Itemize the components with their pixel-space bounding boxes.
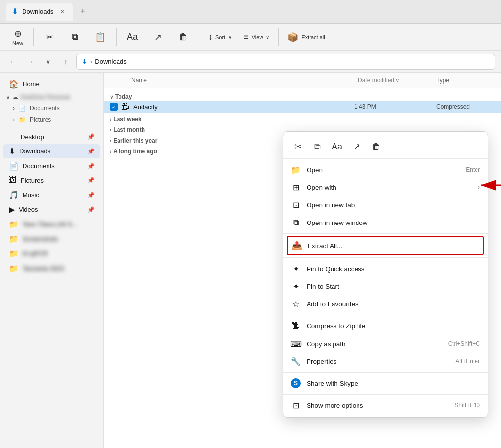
more-options-icon: ⊡ [291, 400, 301, 410]
folder4-label: Tanzania 2023 [23, 265, 64, 272]
sidebar-item-downloads[interactable]: ⬇ Downloads 📌 [3, 144, 100, 158]
sidebar-home-label: Home [23, 80, 40, 88]
title-bar: ⬇ Downloads × + [0, 0, 501, 24]
sidebar-item-folder2[interactable]: 📁 Screenshots [3, 232, 100, 246]
pictures-icon: 🖼 [9, 176, 17, 185]
downloads-tab[interactable]: ⬇ Downloads × [6, 3, 73, 21]
sidebar-item-folder3[interactable]: 📁 KI-qPCR [3, 247, 100, 261]
paste-icon: 📋 [95, 32, 106, 43]
sidebar-item-folder1[interactable]: 📁 Teen Titans (All S... [3, 217, 100, 231]
new-tab-button[interactable]: + [75, 4, 91, 20]
toolbar-separator-1 [33, 28, 34, 46]
context-toolbar: ✂ ⧉ Aa ↗ 🗑 [283, 135, 488, 159]
sort-button[interactable]: ↕ Sort ∨ [203, 29, 237, 45]
cut-icon: ✂ [46, 32, 53, 43]
ctx-more-options[interactable]: ⊡ Show more options Shift+F10 [283, 397, 488, 414]
sidebar-documents2-label: Documents [23, 162, 55, 170]
ctx-extract-all[interactable]: 📤 Extract All... [287, 236, 484, 255]
pictures-pin-icon: 📌 [87, 177, 95, 184]
ctx-properties[interactable]: 🔧 Properties Alt+Enter [283, 352, 488, 370]
cut-button[interactable]: ✂ [38, 30, 61, 45]
ctx-compress-zip[interactable]: 🗜 Compress to Zip file [283, 317, 488, 335]
ctx-pin-quick-access[interactable]: ✦ Pin to Quick access [283, 260, 488, 277]
folder1-label: Teen Titans (All S... [23, 221, 77, 228]
sidebar-item-music[interactable]: 🎵 Music 📌 [3, 188, 100, 202]
view-button[interactable]: ≡ View ∨ [239, 29, 274, 45]
up-button[interactable]: ↑ [59, 55, 72, 69]
ctx-delete-button[interactable]: 🗑 [367, 138, 385, 155]
folder2-label: Screenshots [23, 235, 58, 243]
view-label: View [252, 34, 263, 40]
ctx-share-skype-label: Share with Skype [307, 380, 480, 387]
downloads-pin-icon: 📌 [87, 148, 95, 155]
ctx-share-button[interactable]: ↗ [348, 138, 365, 155]
ctx-open-new-tab[interactable]: ⊡ Open in new tab [283, 196, 488, 214]
ctx-open-with[interactable]: ⊞ Open with › [283, 178, 488, 196]
path-text: Downloads [95, 58, 126, 65]
extract-all-icon: 📦 [287, 32, 298, 43]
copy-button[interactable]: ⧉ [63, 30, 87, 44]
sidebar-downloads-label: Downloads [19, 148, 50, 155]
skype-icon: S [291, 378, 301, 388]
address-path[interactable]: ⬇ › Downloads [76, 54, 495, 70]
forward-button[interactable]: → [24, 55, 37, 69]
downloads-sidebar-icon: ⬇ [9, 147, 15, 156]
desktop-pin-icon: 📌 [87, 133, 95, 140]
sort-arrow-icon: ∨ [228, 34, 232, 40]
sidebar-item-home[interactable]: 🏠 Home [3, 77, 100, 91]
pin-start-icon: ✦ [291, 281, 301, 291]
ctx-copy-icon: ⧉ [314, 142, 321, 152]
videos-icon: ▶ [9, 205, 15, 214]
back-button[interactable]: ← [6, 55, 20, 69]
view-arrow-icon: ∨ [266, 34, 269, 40]
sidebar-documents-label: Documents [30, 105, 60, 112]
home-icon: 🏠 [9, 79, 19, 89]
desktop-icon: 🖥 [9, 132, 17, 141]
tab-close-button[interactable]: × [57, 7, 67, 17]
path-download-icon: ⬇ [82, 58, 87, 65]
recent-locations-button[interactable]: ∨ [41, 55, 55, 69]
ctx-pin-quick-access-label: Pin to Quick access [307, 265, 480, 273]
ctx-copy-path[interactable]: ⌨ Copy as path Ctrl+Shift+C [283, 335, 488, 352]
properties-icon: 🔧 [291, 356, 301, 366]
ctx-open-new-window[interactable]: ⧉ Open in new window [283, 214, 488, 231]
ctx-share-skype[interactable]: S Share with Skype [283, 374, 488, 392]
delete-icon: 🗑 [179, 32, 188, 42]
sidebar-item-folder4[interactable]: 📁 Tanzania 2023 [3, 261, 100, 275]
folder4-icon: 📁 [9, 264, 19, 273]
ctx-properties-label: Properties [307, 358, 450, 365]
sort-label: Sort [215, 34, 225, 40]
toolbar: ⊕ New ✂ ⧉ 📋 Aa ↗ 🗑 ↕ Sort ∨ ≡ View ∨ 📦 E… [0, 24, 501, 51]
delete-button[interactable]: 🗑 [171, 30, 195, 44]
new-button[interactable]: ⊕ New [6, 26, 29, 48]
ctx-compress-zip-label: Compress to Zip file [307, 323, 480, 330]
new-icon: ⊕ [14, 28, 22, 39]
ctx-cut-button[interactable]: ✂ [289, 138, 307, 155]
up-icon: ↑ [64, 58, 68, 66]
paste-button[interactable]: 📋 [89, 30, 112, 45]
main-container: 🏠 Home ∨ ☁ OneDrive Personal › 📄 Documen… [0, 73, 501, 448]
sidebar-item-desktop[interactable]: 🖥 Desktop 📌 [3, 130, 100, 144]
ctx-more-options-shortcut: Shift+F10 [454, 402, 480, 409]
ctx-open[interactable]: 📁 Open Enter [283, 161, 488, 178]
share-button[interactable]: ↗ [146, 30, 169, 45]
sidebar-onedrive-section[interactable]: ∨ ☁ OneDrive Personal [0, 92, 103, 102]
content-area: Name Date modified ∨ Type ∨ Today ✓ 🗜 Au… [104, 73, 501, 448]
copy-path-icon: ⌨ [291, 339, 301, 348]
sidebar-item-videos[interactable]: ▶ Videos 📌 [3, 202, 100, 217]
ctx-add-favourites[interactable]: ☆ Add to Favourites [283, 295, 488, 313]
ctx-copy-button[interactable]: ⧉ [309, 138, 326, 155]
sidebar-item-documents-cloud[interactable]: › 📄 Documents [3, 103, 100, 114]
sidebar-item-pictures[interactable]: 🖼 Pictures 📌 [3, 174, 100, 187]
sidebar-videos-label: Videos [19, 206, 38, 213]
rename-button[interactable]: Aa [120, 30, 144, 44]
extract-all-button[interactable]: 📦 Extract all [283, 29, 330, 46]
ctx-pin-start[interactable]: ✦ Pin to Start [283, 277, 488, 295]
toolbar-separator-4 [278, 28, 279, 46]
sidebar-item-documents[interactable]: 📄 Documents 📌 [3, 159, 100, 173]
ctx-rename-button[interactable]: Aa [328, 138, 346, 155]
ctx-extract-all-label: Extract All... [308, 242, 479, 249]
expand-arrow-pics: › [13, 116, 15, 123]
ctx-pin-start-label: Pin to Start [307, 283, 480, 290]
sidebar-item-pictures-cloud[interactable]: › 📁 Pictures [3, 114, 100, 125]
